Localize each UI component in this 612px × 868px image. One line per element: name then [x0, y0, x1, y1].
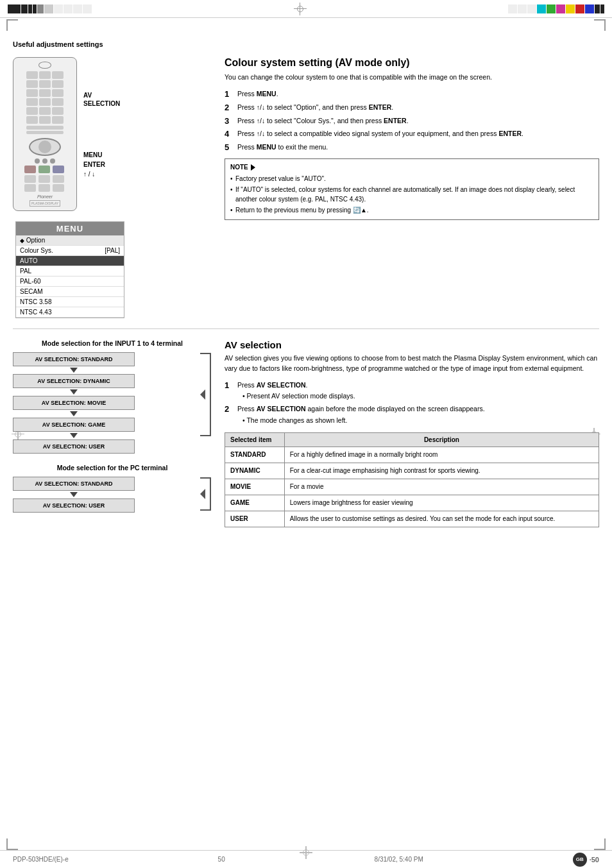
right-column: Colour system setting (AV mode only) You… [225, 57, 599, 318]
bottom-right-column: AV selection AV selection gives you five… [225, 339, 599, 527]
av-step-2: 2 Press AV SELECTION again before the mo… [225, 404, 599, 426]
menu-item-pal: PAL [16, 266, 124, 277]
menu-label: MENU [83, 151, 120, 158]
table-cell-game-desc: Lowers image brightness for easier viewi… [284, 495, 599, 511]
menu-option-row: ◆ Option [16, 235, 124, 246]
menu-coloursys-value: [PAL] [105, 247, 120, 254]
arrow-down-pc [70, 492, 78, 497]
step-5: 5 Press MENU to exit the menu. [225, 142, 599, 153]
av-selection-label: AVSELECTION [83, 91, 120, 108]
remote-control-image: Pioneer PLASMA DISPLAY [13, 57, 77, 211]
table-cell-user-desc: Allows the user to customise settings as… [284, 511, 599, 527]
step-1-text: Press MENU. [237, 89, 599, 99]
step-1-number: 1 [225, 89, 235, 100]
left-column: Pioneer PLASMA DISPLAY AVSELECTION MENU … [13, 57, 212, 318]
table-cell-standard-item: STANDARD [225, 447, 285, 463]
table-header-item: Selected item [225, 432, 285, 447]
bottom-left-column: Mode selection for the INPUT 1 to 4 term… [13, 339, 212, 527]
av-box-dynamic: AV SELECTION: DYNAMIC [13, 374, 135, 388]
top-bar-right [508, 4, 604, 13]
table-row-dynamic: DYNAMIC For a clear-cut image emphasisin… [225, 463, 599, 479]
note-title: NOTE [230, 162, 593, 172]
note-box: NOTE Factory preset value is "AUTO". If … [225, 158, 599, 220]
arrow-down-3 [70, 411, 78, 416]
av-table: Selected item Description STANDARD For a… [225, 432, 599, 527]
table-cell-game-item: GAME [225, 495, 285, 511]
av-box-pc-standard: AV SELECTION: STANDARD [13, 477, 135, 491]
av-box-standard: AV SELECTION: STANDARD [13, 352, 135, 366]
menu-box: MENU ◆ Option Colour Sys. [PAL] AUTO PAL… [15, 221, 124, 318]
table-row-movie: MOVIE For a movie [225, 479, 599, 495]
table-cell-dynamic-desc: For a clear-cut image emphasising high c… [284, 463, 599, 479]
step-3-number: 3 [225, 116, 235, 127]
menu-item-ntsc358: NTSC 3.58 [16, 297, 124, 307]
horizontal-divider [13, 328, 599, 329]
top-bar-left [8, 4, 92, 13]
arrow-down-4 [70, 433, 78, 438]
step-5-text: Press MENU to exit the menu. [237, 142, 599, 153]
av-selection-title: AV selection [225, 339, 599, 350]
bracket-right-pc [199, 477, 212, 513]
table-header-desc: Description [284, 432, 599, 447]
menu-box-title: MENU [16, 222, 124, 235]
av-step-1-number: 1 [225, 380, 235, 391]
menu-item-ntsc443: NTSC 4.43 [16, 307, 124, 318]
colour-system-subtitle: You can change the colour system to one … [225, 72, 599, 83]
note-item-3: Return to the previous menu by pressing … [230, 205, 593, 215]
badge-circle: GB [573, 853, 587, 867]
table-row-user: USER Allows the user to customise settin… [225, 511, 599, 527]
step-2-text: Press ↑/↓ to select "Option", and then p… [237, 103, 599, 113]
av-box-movie: AV SELECTION: MOVIE [13, 396, 135, 410]
step-4: 4 Press ↑/↓ to select a compatible video… [225, 129, 599, 140]
step-2-number: 2 [225, 103, 235, 114]
menu-item-auto: AUTO [16, 256, 124, 266]
step-2: 2 Press ↑/↓ to select "Option", and then… [225, 103, 599, 114]
menu-item-secam: SECAM [16, 287, 124, 297]
colour-system-steps: 1 Press MENU. 2 Press ↑/↓ to select "Opt… [225, 89, 599, 153]
colour-system-title: Colour system setting (AV mode only) [225, 57, 599, 69]
note-arrow-icon [251, 164, 255, 171]
svg-marker-1 [200, 489, 205, 499]
footer-right: 8/31/02, 5:40 PM [375, 856, 423, 863]
av-box-pc-user: AV SELECTION: USER [13, 498, 135, 513]
table-cell-user-item: USER [225, 511, 285, 527]
av-step-1: 1 Press AV SELECTION. • Present AV selec… [225, 380, 599, 402]
step-3: 3 Press ↑/↓ to select "Colour Sys.", and… [225, 116, 599, 127]
bracket-right-input [199, 352, 212, 438]
page-number-badge: GB ·50 [573, 853, 599, 867]
step-3-text: Press ↑/↓ to select "Colour Sys.", and t… [237, 116, 599, 126]
note-item-1: Factory preset value is "AUTO". [230, 174, 593, 183]
table-cell-movie-desc: For a movie [284, 479, 599, 495]
table-row-standard: STANDARD For a highly defined image in a… [225, 447, 599, 463]
table-row-game: GAME Lowers image brightness for easier … [225, 495, 599, 511]
table-cell-dynamic-item: DYNAMIC [225, 463, 285, 479]
table-cell-standard-desc: For a highly defined image in a normally… [284, 447, 599, 463]
top-bar-center-reg [94, 3, 506, 15]
mode-input-title: Mode selection for the INPUT 1 to 4 term… [13, 339, 212, 347]
av-step-2-text: Press AV SELECTION again before the mode… [237, 404, 599, 426]
arrow-down-1 [70, 368, 78, 373]
menu-coloursys-label: Colour Sys. [20, 247, 53, 254]
menu-coloursys-row: Colour Sys. [PAL] [16, 246, 124, 256]
av-step-1-text: Press AV SELECTION. • Present AV selecti… [237, 380, 599, 402]
note-item-2: If "AUTO" is selected, colour systems fo… [230, 185, 593, 204]
mode-pc-title: Mode selection for the PC terminal [13, 464, 212, 472]
step-1: 1 Press MENU. [225, 89, 599, 100]
svg-marker-0 [200, 389, 205, 400]
av-step-2-number: 2 [225, 404, 235, 415]
page-number: ·50 [590, 856, 599, 864]
menu-option-label: ◆ Option [20, 237, 45, 244]
corner-bracket-bl [6, 838, 18, 850]
step-4-text: Press ↑/↓ to select a compatible video s… [237, 129, 599, 139]
footer-center: 50 [218, 856, 225, 863]
remote-labels: AVSELECTION MENU ENTER ↑ / ↓ [83, 57, 120, 211]
page-header: Useful adjustment settings [13, 40, 599, 48]
av-selection-description: AV selection gives you five viewing opti… [225, 353, 599, 374]
footer-left: PDP-503HDE/(E)-e [13, 856, 69, 863]
av-box-user: AV SELECTION: USER [13, 439, 135, 454]
corner-bracket-br [594, 838, 606, 850]
arrow-down-2 [70, 389, 78, 395]
menu-item-pal60: PAL-60 [16, 277, 124, 287]
step-4-number: 4 [225, 129, 235, 140]
bottom-reg-mark [300, 846, 312, 859]
